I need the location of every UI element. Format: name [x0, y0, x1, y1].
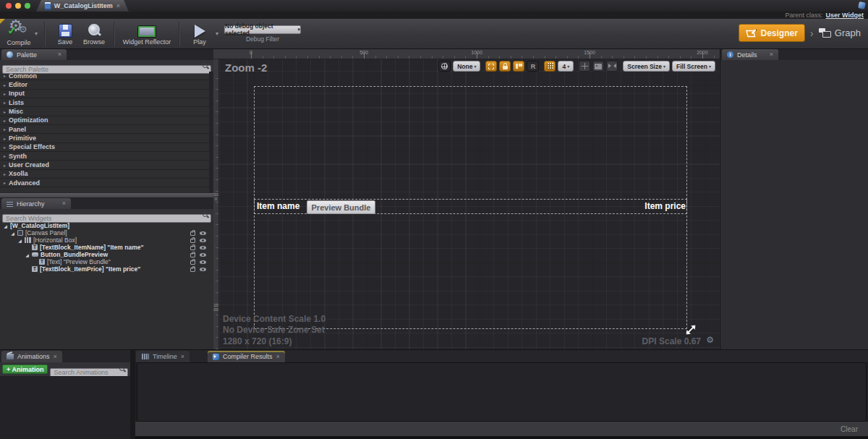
close-icon[interactable]: × — [54, 354, 57, 360]
widget-preview-bundle-button[interactable]: Preview Bundle — [307, 200, 375, 214]
debug-object-dropdown[interactable]: No debug object selected ▾ — [224, 25, 301, 34]
lock-icon[interactable] — [190, 260, 195, 265]
palette-category-common[interactable]: ▸Common — [0, 72, 209, 80]
visibility-eye-icon[interactable] — [200, 253, 206, 257]
play-options-caret-icon[interactable]: ▾ — [216, 30, 218, 37]
grid-snapping-toggle[interactable] — [544, 61, 556, 72]
fill-screen-dropdown[interactable]: Fill Screen ▾ — [672, 61, 715, 72]
layout-mode-toggle[interactable] — [513, 61, 524, 72]
clear-log-button[interactable]: Clear — [841, 425, 858, 433]
widget-item-name-text[interactable]: Item name — [257, 201, 299, 211]
horizontal-ruler: 0 500 1000 1500 2000 — [213, 49, 720, 59]
visibility-eye-icon[interactable] — [200, 239, 206, 242]
globe-icon — [441, 63, 448, 69]
screen-size-dropdown[interactable]: Screen Size ▾ — [623, 61, 670, 72]
tree-row-canvas-panel[interactable]: ◢ [Canvas Panel] — [0, 229, 213, 236]
palette-category-user-created[interactable]: ▸User Created — [0, 161, 209, 169]
tree-row-textblock-itemprice[interactable]: T [TextBlock_ItemPrice] "Item price" — [0, 265, 213, 273]
tree-row-horizontal-box[interactable]: ◢ [Horizontal Box] — [0, 236, 213, 244]
preview-background-button[interactable] — [592, 61, 604, 72]
lock-icon[interactable] — [190, 239, 195, 243]
lock-icon[interactable] — [190, 268, 195, 272]
close-tab-icon[interactable]: × — [116, 3, 120, 9]
expander-icon[interactable]: ◢ — [10, 231, 15, 236]
close-icon[interactable]: × — [58, 51, 61, 58]
palette-category-special-effects[interactable]: ▸Special Effects — [0, 143, 209, 152]
lock-icon[interactable] — [190, 246, 195, 250]
palette-category-editor[interactable]: ▸Editor — [0, 80, 209, 89]
add-animation-button[interactable]: + Animation — [2, 365, 48, 374]
respect-locks-toggle[interactable] — [499, 61, 511, 72]
close-icon[interactable]: × — [62, 200, 66, 207]
tab-compiler-results[interactable]: Compiler Results × — [208, 351, 285, 362]
design-viewport[interactable]: Zoom -2 None ▾ R 4 ▾ — [219, 59, 720, 349]
button-widget-icon — [32, 252, 38, 257]
panel-splitter[interactable] — [0, 192, 213, 198]
dropdown-caret-icon: ▾ — [298, 27, 301, 33]
compile-button[interactable]: ⚙ ⚙ ✓ Compile — [4, 20, 33, 48]
tree-row-button-bundlepreview[interactable]: ◢ Button_BundlePreview — [0, 251, 213, 258]
tab-timeline[interactable]: Timeline × — [136, 351, 190, 362]
compile-options-caret-icon[interactable]: ▾ — [35, 30, 38, 37]
visibility-eye-icon[interactable] — [200, 268, 206, 271]
tab-animations[interactable]: Animations × — [1, 351, 62, 362]
designer-mode-button[interactable]: Designer — [739, 24, 805, 42]
culture-dropdown[interactable]: None ▾ — [453, 61, 480, 72]
palette-category-synth[interactable]: ▸Synth — [0, 152, 209, 161]
tab-palette[interactable]: Palette × — [1, 49, 67, 60]
flip-preview-button[interactable] — [606, 61, 618, 72]
tab-hierarchy[interactable]: Hierarchy × — [1, 198, 71, 209]
expander-icon[interactable]: ◢ — [3, 223, 8, 229]
palette-category-primitive[interactable]: ▸Primitive — [0, 134, 209, 142]
compiler-results-log[interactable] — [137, 362, 867, 422]
dropdown-caret-icon: ▾ — [663, 64, 665, 69]
palette-category-list: ▸Common ▸Editor ▸Input ▸Lists ▸Misc ▸Opt… — [0, 72, 209, 187]
palette-category-optimization[interactable]: ▸Optimization — [0, 116, 209, 125]
palette-category-advanced[interactable]: ▸Advanced — [0, 179, 209, 187]
dpi-settings-gear-icon[interactable]: ⚙ — [706, 335, 714, 345]
palette-category-panel[interactable]: ▸Panel — [0, 125, 209, 134]
show-outlines-toggle[interactable] — [485, 61, 497, 72]
grid-icon — [547, 63, 553, 69]
widget-blueprint-icon — [45, 2, 51, 10]
snap-size-dropdown[interactable]: 4 ▾ — [558, 61, 574, 72]
tab-details[interactable]: i Details × — [722, 49, 778, 60]
close-icon[interactable]: × — [181, 354, 184, 360]
localization-preview-button[interactable] — [438, 61, 451, 72]
widget-item-price-text[interactable]: Item price — [644, 201, 686, 211]
palette-category-xsolla[interactable]: ▸Xsolla — [0, 170, 209, 179]
visibility-eye-icon[interactable] — [200, 231, 206, 235]
expander-icon[interactable]: ◢ — [25, 252, 30, 257]
rotation-mode-button[interactable]: R — [527, 61, 539, 72]
maximize-window-button[interactable] — [25, 3, 30, 9]
details-tab-label: Details — [737, 51, 757, 59]
results-panel: Timeline × Compiler Results × Clear — [135, 350, 868, 439]
tree-row-text-preview-bundle[interactable]: T [Text] "Preview Bundle" — [0, 258, 213, 265]
graph-mode-button[interactable]: Graph — [819, 27, 861, 38]
minimize-window-button[interactable] — [15, 3, 21, 9]
play-button[interactable]: Play — [185, 20, 214, 48]
widget-reflector-button[interactable]: Widget Reflector — [120, 20, 174, 48]
widget-tree: ◢ [W_CatalogListItem] ◢ [Canvas Panel] ◢… — [0, 222, 213, 273]
tree-row-textblock-itemname[interactable]: T [TextBlock_ItemName] "Item name" — [0, 244, 213, 251]
expander-icon[interactable]: ◢ — [17, 238, 22, 243]
browse-button[interactable]: Browse — [80, 20, 109, 48]
transform-mode-button[interactable] — [579, 61, 590, 72]
visibility-eye-icon[interactable] — [200, 260, 206, 264]
lock-icon[interactable] — [190, 231, 195, 236]
save-button[interactable]: Save — [51, 20, 80, 48]
tree-row-root[interactable]: ◢ [W_CatalogListItem] — [0, 222, 213, 229]
lock-icon[interactable] — [190, 253, 195, 257]
dock-splitter[interactable] — [130, 350, 135, 439]
close-window-button[interactable] — [6, 3, 12, 9]
visibility-eye-icon[interactable] — [200, 246, 206, 250]
dropdown-caret-icon: ▾ — [709, 64, 711, 69]
asset-tab[interactable]: W_CatalogListItem × — [36, 0, 129, 12]
parent-class-link[interactable]: User Widget — [826, 12, 864, 19]
collapsed-arrow-icon: ▸ — [4, 145, 6, 150]
palette-category-misc[interactable]: ▸Misc — [0, 107, 209, 116]
palette-category-input[interactable]: ▸Input — [0, 90, 209, 98]
palette-category-lists[interactable]: ▸Lists — [0, 98, 209, 107]
close-icon[interactable]: × — [770, 51, 773, 58]
close-icon[interactable]: × — [276, 354, 280, 360]
